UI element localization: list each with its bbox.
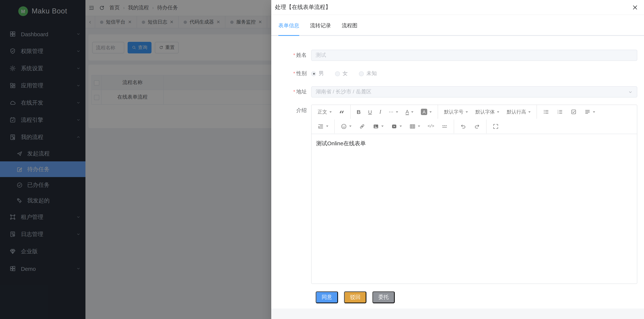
emoji-dropdown[interactable] (338, 121, 354, 131)
paragraph-style-dropdown[interactable]: 正文 (315, 107, 334, 117)
font-size-dropdown[interactable]: 默认字号 (442, 107, 470, 117)
intro-control: 正文 “ B U I ⋯ A A 默认字号 默认字体 默认行 (311, 105, 637, 284)
fullscreen-icon[interactable] (490, 121, 502, 131)
toolbar-separator (350, 105, 351, 119)
address-label: *地址 (271, 89, 311, 95)
table-dropdown[interactable] (407, 121, 423, 131)
radio-circle (311, 71, 316, 76)
close-icon[interactable] (632, 4, 638, 10)
caret-icon (349, 126, 352, 127)
radio-female: 女 (335, 70, 348, 77)
gender-field-row: *性别 男 女 未知 (271, 68, 637, 79)
toolbar-separator (536, 105, 537, 119)
align-dropdown[interactable] (582, 107, 598, 117)
video-dropdown[interactable] (388, 121, 404, 131)
drawer-actions: 同意 驳回 委托 (316, 291, 637, 303)
font-color-dropdown[interactable]: A (403, 107, 416, 117)
gender-label: *性别 (271, 70, 311, 77)
toolbar-separator (486, 119, 486, 133)
undo-icon[interactable] (458, 121, 469, 131)
editor-toolbar-row-2: </> (312, 119, 637, 134)
bold-icon[interactable]: B (354, 107, 364, 117)
caret-icon (396, 111, 398, 113)
tab-form-info[interactable]: 表单信息 (278, 23, 299, 35)
name-field-row: *姓名 测试 (271, 50, 637, 61)
address-control: 湖南省 / 长沙市 / 岳麓区 (311, 86, 637, 98)
ordered-list-icon[interactable] (554, 107, 566, 117)
drawer-form: *姓名 测试 *性别 男 女 (271, 36, 644, 303)
radio-circle (335, 71, 340, 76)
highlight-color-dropdown[interactable]: A (418, 107, 434, 117)
caret-icon (593, 111, 595, 113)
caret-icon (326, 126, 328, 127)
drawer-footer-strip (271, 308, 644, 319)
line-height-dropdown[interactable]: 默认行高 (504, 107, 533, 117)
required-asterisk: * (293, 52, 295, 58)
font-family-dropdown[interactable]: 默认字体 (473, 107, 502, 117)
underline-icon[interactable]: U (366, 107, 374, 117)
required-asterisk: * (293, 71, 295, 76)
approve-button[interactable]: 同意 (316, 291, 338, 303)
drawer-header: 处理【在线表单流程】 (271, 0, 644, 15)
editor-content[interactable]: 测试Online在线表单 (312, 134, 637, 283)
caret-icon (330, 111, 332, 113)
drawer-tabs: 表单信息 流转记录 流程图 (271, 23, 644, 36)
todo-list-icon[interactable] (568, 107, 580, 117)
toolbar-separator (334, 119, 335, 133)
tab-flow-records[interactable]: 流转记录 (310, 23, 331, 35)
divider-icon[interactable] (439, 121, 450, 131)
process-drawer: 处理【在线表单流程】 表单信息 流转记录 流程图 *姓名 测试 *性别 (271, 0, 644, 319)
italic-icon[interactable]: I (377, 107, 384, 117)
caret-icon (381, 126, 384, 127)
code-block-icon[interactable]: </> (425, 121, 436, 131)
radio-unknown: 未知 (359, 70, 377, 77)
toolbar-separator (454, 119, 454, 133)
name-input: 测试 (311, 50, 637, 61)
intro-label: 介绍 (271, 105, 311, 114)
toolbar-separator (438, 105, 438, 119)
quote-icon[interactable]: “ (336, 107, 347, 117)
gender-radio-group: 男 女 未知 (311, 68, 637, 79)
delegate-button[interactable]: 委托 (372, 291, 395, 303)
caret-icon (497, 111, 499, 113)
caret-icon (430, 111, 432, 113)
indent-dropdown[interactable] (315, 121, 331, 131)
radio-male: 男 (311, 70, 324, 77)
caret-icon (528, 111, 530, 113)
tab-flow-chart[interactable]: 流程图 (342, 23, 358, 35)
caret-icon (411, 111, 414, 113)
more-styles-dropdown[interactable]: ⋯ (386, 107, 401, 117)
drawer-title: 处理【在线表单流程】 (275, 4, 632, 11)
radio-circle (359, 71, 364, 76)
caret-icon (418, 126, 420, 127)
name-control: 测试 (311, 50, 637, 61)
caret-icon (466, 111, 468, 113)
editor-toolbar-row-1: 正文 “ B U I ⋯ A A 默认字号 默认字体 默认行 (312, 105, 637, 119)
reject-button[interactable]: 驳回 (344, 291, 366, 303)
bullet-list-icon[interactable] (540, 107, 552, 117)
rich-text-editor: 正文 “ B U I ⋯ A A 默认字号 默认字体 默认行 (311, 105, 637, 284)
name-label: *姓名 (271, 52, 311, 59)
required-asterisk: * (293, 89, 295, 95)
redo-icon[interactable] (471, 121, 483, 131)
image-dropdown[interactable] (370, 121, 386, 131)
chevron-down-icon (628, 90, 633, 94)
address-cascader: 湖南省 / 长沙市 / 岳麓区 (311, 86, 637, 98)
app-viewport: M Maku Boot Dashboard 权限管理 系统设置 应用管理 (0, 0, 644, 319)
address-field-row: *地址 湖南省 / 长沙市 / 岳麓区 (271, 86, 637, 98)
intro-field-row: 介绍 正文 “ B U I ⋯ A A (271, 105, 637, 284)
caret-icon (400, 126, 402, 127)
link-icon[interactable] (356, 121, 368, 131)
